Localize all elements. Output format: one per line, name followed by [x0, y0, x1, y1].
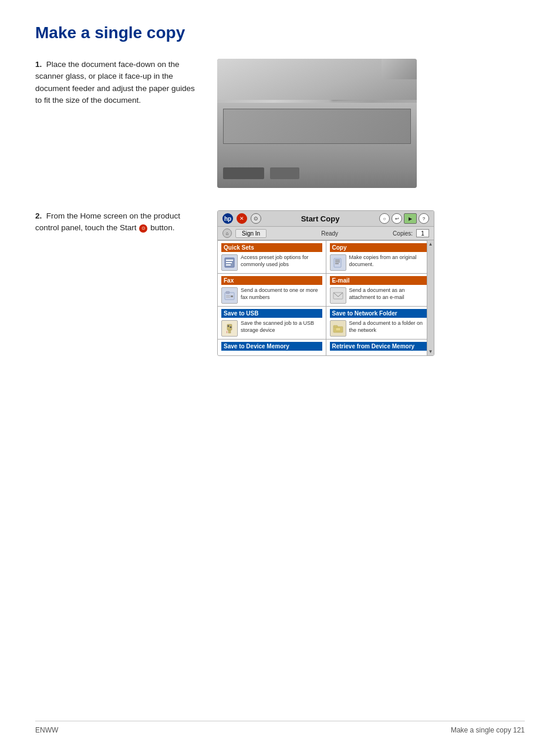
copy-item: Make copies from an original document.	[330, 254, 431, 271]
panel-menu-grid: Quick Sets Access preset job options for…	[218, 240, 434, 355]
email-item: Send a document as an attachment to an e…	[330, 287, 431, 304]
quick-sets-header: Quick Sets	[221, 243, 322, 252]
save-network-item: Send a document to a folder on the netwo…	[330, 320, 431, 337]
panel-topbar: hp ✕ ⊙ Start Copy ○ ↩ ▶ ?	[218, 211, 434, 227]
copy-header: Copy	[330, 243, 431, 252]
svg-rect-20	[333, 325, 338, 327]
scanner-glass	[223, 109, 411, 144]
quick-sets-icon	[221, 254, 238, 271]
svg-rect-6	[335, 261, 340, 263]
email-desc: Send a document as an attachment to an e…	[349, 287, 431, 301]
email-icon	[330, 287, 346, 304]
scanner-slot	[270, 167, 299, 179]
save-usb-cell[interactable]: Save to USB ↕ Save the scanned job to a …	[218, 307, 326, 339]
save-network-cell[interactable]: Save to Network Folder Send a document t…	[326, 307, 434, 339]
network-folder-icon	[330, 320, 346, 337]
scroll-down-icon[interactable]: ▼	[429, 349, 433, 354]
svg-rect-1	[226, 260, 233, 261]
status-label: Ready	[270, 230, 389, 237]
page-footer: ENWW Make a single copy 121	[35, 721, 525, 734]
step1-image-column	[217, 59, 525, 199]
panel-scrollbar[interactable]: ▲ ▼	[427, 240, 434, 355]
sign-in-button[interactable]: Sign In	[235, 229, 266, 238]
save-device-cell[interactable]: Save to Device Memory	[218, 340, 326, 355]
copies-label: Copies:	[393, 230, 413, 237]
fax-icon	[221, 287, 238, 304]
scanner-body	[217, 103, 417, 188]
power-off-icon[interactable]: ✕	[237, 213, 247, 224]
step1-number: 1.	[35, 60, 42, 69]
back-icon[interactable]: ↩	[392, 213, 402, 224]
svg-rect-21	[336, 328, 340, 331]
step2-section: 2. From the Home screen on the product c…	[35, 210, 525, 356]
svg-rect-9	[226, 291, 230, 294]
step2-text-column: 2. From the Home screen on the product c…	[35, 210, 200, 234]
fax-desc: Send a document to one or more fax numbe…	[241, 287, 322, 301]
quick-sets-desc: Access preset job options for commonly u…	[241, 254, 322, 268]
fax-cell[interactable]: Fax Send a document to one or more fax n…	[218, 274, 326, 306]
scanner-control-area	[223, 167, 264, 179]
email-header: E-mail	[330, 276, 431, 285]
panel-secondbar: ⌂ Sign In Ready Copies:	[218, 227, 434, 240]
svg-rect-3	[226, 264, 231, 266]
footer-left: ENWW	[35, 726, 58, 734]
fax-header: Fax	[221, 276, 322, 285]
copies-input[interactable]	[416, 229, 429, 237]
save-usb-header: Save to USB	[221, 309, 322, 318]
retrieve-device-cell[interactable]: Retrieve from Device Memory	[326, 340, 434, 355]
step1-section: 1. Place the document face-down on the s…	[35, 59, 525, 199]
info-icon[interactable]: ○	[379, 213, 390, 224]
svg-rect-12	[226, 297, 230, 298]
svg-point-17	[230, 327, 232, 328]
svg-point-16	[228, 325, 230, 327]
svg-rect-15	[228, 330, 231, 333]
settings-icon[interactable]: ⊙	[251, 213, 261, 224]
retrieve-device-header: Retrieve from Device Memory	[330, 342, 431, 351]
green-btn[interactable]: ▶	[404, 213, 417, 224]
start-button-icon: ⊙	[139, 224, 147, 233]
svg-rect-2	[226, 262, 232, 263]
panel-right-icons: ○ ↩ ▶ ?	[379, 213, 429, 224]
scroll-up-icon[interactable]: ▲	[429, 241, 433, 247]
step1-text-column: 1. Place the document face-down on the s…	[35, 59, 200, 118]
copy-cell[interactable]: Copy Make copies from an original docume…	[326, 241, 434, 273]
svg-rect-7	[335, 263, 339, 264]
step2-number: 2.	[35, 211, 42, 220]
panel-grid-wrapper: Quick Sets Access preset job options for…	[218, 240, 434, 355]
save-network-desc: Send a document to a folder on the netwo…	[349, 320, 431, 334]
help-icon[interactable]: ?	[419, 213, 429, 224]
email-cell[interactable]: E-mail Send a document as an attachment …	[326, 274, 434, 306]
svg-text:↕: ↕	[226, 330, 228, 334]
save-network-header: Save to Network Folder	[330, 309, 431, 318]
scanner-illustration	[217, 59, 417, 188]
usb-icon: ↕	[221, 320, 238, 337]
step2-text: 2. From the Home screen on the product c…	[35, 210, 200, 234]
page-title: Make a single copy	[35, 23, 525, 42]
quick-sets-item: Access preset job options for commonly u…	[221, 254, 322, 271]
save-usb-item: ↕ Save the scanned job to a USB storage …	[221, 320, 322, 337]
footer-right: Make a single copy 121	[451, 726, 525, 734]
copy-desc: Make copies from an original document.	[349, 254, 431, 268]
save-usb-desc: Save the scanned job to a USB storage de…	[241, 320, 322, 334]
step1: 1. Place the document face-down on the s…	[35, 59, 200, 106]
home-icon[interactable]: ⌂	[222, 228, 232, 238]
hp-logo: hp	[222, 213, 233, 224]
save-device-header: Save to Device Memory	[221, 342, 322, 351]
start-copy-label: Start Copy	[265, 214, 376, 223]
fax-item: Send a document to one or more fax numbe…	[221, 287, 322, 304]
svg-rect-5	[335, 260, 340, 261]
control-panel: hp ✕ ⊙ Start Copy ○ ↩ ▶ ? ⌂ Sign In Read…	[217, 210, 434, 356]
step1-text: 1. Place the document face-down on the s…	[35, 59, 200, 106]
copy-icon	[330, 254, 346, 271]
svg-rect-10	[231, 295, 233, 297]
svg-rect-11	[226, 295, 230, 296]
quick-sets-cell[interactable]: Quick Sets Access preset job options for…	[218, 241, 326, 273]
scanner-adf	[382, 59, 417, 79]
